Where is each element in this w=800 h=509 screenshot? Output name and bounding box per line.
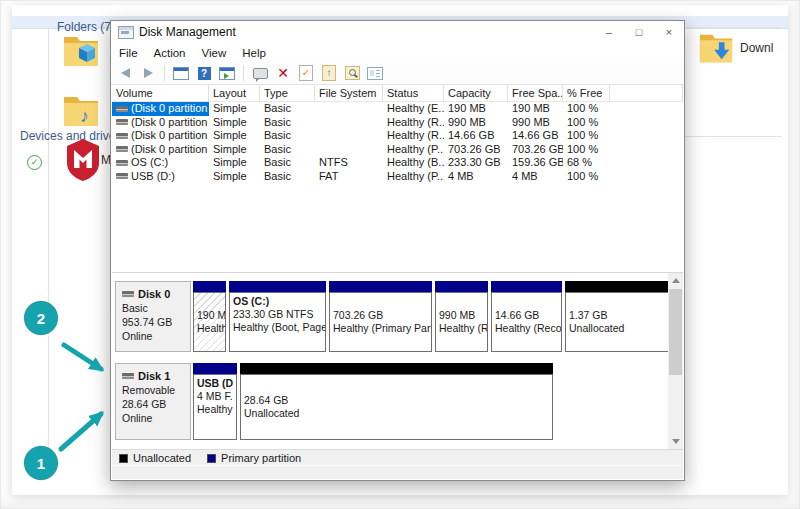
volume-row-4[interactable]: OS (C:)SimpleBasicNTFSHealthy (B...233.3…: [112, 156, 683, 170]
partition-0-1[interactable]: OS (C:)233.30 GB NTFSHealthy (Boot, Page…: [229, 281, 326, 352]
cell-type: Basic: [260, 116, 315, 130]
partition-body: 990 MBHealthy (Re: [435, 292, 488, 352]
console-window-icon[interactable]: [171, 64, 191, 82]
column-header-file-system[interactable]: File System: [315, 85, 383, 101]
cell-free: 14.66 GB: [508, 129, 563, 143]
help-icon[interactable]: ?: [194, 64, 214, 82]
partition-stripe: [329, 281, 432, 292]
maximize-button[interactable]: □: [624, 21, 654, 43]
cell-layout: Simple: [209, 116, 260, 130]
vertical-scrollbar[interactable]: [668, 273, 683, 449]
close-button[interactable]: ×: [654, 21, 684, 43]
volume-row-5[interactable]: USB (D:)SimpleBasicFATHealthy (P...4 MB4…: [112, 170, 683, 184]
disk-label-0[interactable]: Disk 0Basic953.74 GBOnline: [115, 281, 191, 352]
menu-file[interactable]: File: [111, 47, 146, 59]
music-folder-icon[interactable]: ♪: [62, 92, 100, 128]
cell-vol: (Disk 0 partition 6): [112, 143, 209, 157]
volume-table-header: Volume Layout Type File System Status Ca…: [112, 85, 683, 102]
cell-vol: (Disk 0 partition 1): [112, 102, 209, 116]
cell-type: Basic: [260, 143, 315, 157]
partition-text-line: Healthy (Primary Partition: [333, 322, 428, 335]
menu-help[interactable]: Help: [234, 47, 274, 59]
back-icon[interactable]: [115, 64, 135, 82]
partition-text-line: Healthy: [197, 403, 233, 416]
column-header-volume[interactable]: Volume: [112, 85, 209, 101]
volume-row-0[interactable]: (Disk 0 partition 1)SimpleBasicHealthy (…: [112, 102, 683, 116]
partition-body: 703.26 GBHealthy (Primary Partition: [329, 292, 432, 352]
cell-cap: 990 MB: [444, 116, 508, 130]
minimize-button[interactable]: –: [594, 21, 624, 43]
title-bar[interactable]: Disk Management – □ ×: [111, 21, 684, 43]
cell-type: Basic: [260, 156, 315, 170]
scroll-up-icon[interactable]: [668, 273, 683, 288]
forward-icon[interactable]: [138, 64, 158, 82]
partition-stripe: [435, 281, 488, 292]
cell-status: Healthy (R...: [383, 129, 444, 143]
column-header-filler: [610, 85, 683, 101]
partition-0-2[interactable]: 703.26 GBHealthy (Primary Partition: [329, 281, 432, 352]
column-header-capacity[interactable]: Capacity: [444, 85, 508, 101]
menu-view[interactable]: View: [194, 47, 235, 59]
sync-check-icon: ✓: [27, 155, 42, 170]
cell-pct: 100 %: [563, 129, 610, 143]
disk-icon: [122, 291, 134, 297]
volume-row-3[interactable]: (Disk 0 partition 6)SimpleBasicHealthy (…: [112, 143, 683, 157]
partition-text-line: Healthy (Boot, Page File: [233, 321, 322, 334]
disk-name: Disk 1: [138, 369, 170, 383]
volume-icon: [116, 133, 128, 139]
partition-body: 190 MBHealthy: [193, 292, 226, 352]
menu-action[interactable]: Action: [146, 47, 194, 59]
export-icon[interactable]: ↑: [319, 64, 339, 82]
cell-status: Healthy (P...: [383, 170, 444, 184]
partition-text-line: Healthy (Re: [439, 322, 484, 335]
column-header-pct-free[interactable]: % Free: [563, 85, 610, 101]
explorer-pane-divider: [48, 29, 49, 477]
volume-icon: [116, 106, 128, 112]
delete-icon[interactable]: ✕: [273, 64, 293, 82]
cell-fill: [610, 116, 683, 130]
tooltip-icon[interactable]: [250, 64, 270, 82]
partition-0-3[interactable]: 990 MBHealthy (Re: [435, 281, 488, 352]
cell-free: 190 MB: [508, 102, 563, 116]
properties-icon[interactable]: [365, 64, 385, 82]
cell-fill: [610, 129, 683, 143]
column-header-layout[interactable]: Layout: [209, 85, 260, 101]
cell-pct: 100 %: [563, 102, 610, 116]
partition-1-0[interactable]: USB (D4 MB F.Healthy: [193, 363, 237, 440]
action-pane-icon[interactable]: [217, 64, 237, 82]
disk-info-line: Online: [122, 329, 190, 343]
downloads-folder-icon[interactable]: [698, 29, 734, 65]
3d-objects-folder-icon[interactable]: [62, 32, 100, 68]
scroll-down-icon[interactable]: [668, 434, 683, 449]
column-header-status[interactable]: Status: [383, 85, 444, 101]
check-document-icon[interactable]: ✓: [296, 64, 316, 82]
partition-strip: 190 MBHealthyOS (C:)233.30 GB NTFSHealth…: [193, 281, 680, 352]
partition-body: 1.37 GBUnallocated: [565, 292, 677, 352]
partition-0-5[interactable]: 1.37 GBUnallocated: [565, 281, 677, 352]
disk-label-1[interactable]: Disk 1Removable28.64 GBOnline: [115, 363, 191, 440]
find-icon[interactable]: [342, 64, 362, 82]
legend-unallocated: Unallocated: [119, 452, 191, 464]
legend-primary-partition-label: Primary partition: [221, 452, 301, 464]
partition-text-line: USB (D: [197, 377, 233, 390]
cell-fs: NTFS: [315, 156, 383, 170]
partition-0-0[interactable]: 190 MBHealthy: [193, 281, 226, 352]
cell-pct: 68 %: [563, 156, 610, 170]
disk-info-line: 28.64 GB: [122, 397, 190, 411]
graphical-view-pane: Disk 0Basic953.74 GBOnline190 MBHealthyO…: [112, 273, 683, 449]
scrollbar-thumb[interactable]: [669, 289, 682, 375]
partition-1-1[interactable]: 28.64 GBUnallocated: [240, 363, 553, 440]
volume-icon: [116, 119, 128, 125]
volume-row-1[interactable]: (Disk 0 partition 4)SimpleBasicHealthy (…: [112, 116, 683, 130]
disk-info-line: Basic: [122, 301, 190, 315]
cell-layout: Simple: [209, 143, 260, 157]
column-header-free-space[interactable]: Free Spa...: [508, 85, 563, 101]
volume-row-2[interactable]: (Disk 0 partition 5)SimpleBasicHealthy (…: [112, 129, 683, 143]
mcafee-shield-icon[interactable]: [65, 138, 101, 182]
partition-text-line: OS (C:): [233, 295, 322, 308]
downloads-label[interactable]: Downl: [740, 41, 773, 55]
partition-text-line: Unallocated: [569, 322, 673, 335]
cell-status: Healthy (E...: [383, 102, 444, 116]
partition-0-4[interactable]: 14.66 GBHealthy (Recover: [491, 281, 562, 352]
column-header-type[interactable]: Type: [260, 85, 315, 101]
